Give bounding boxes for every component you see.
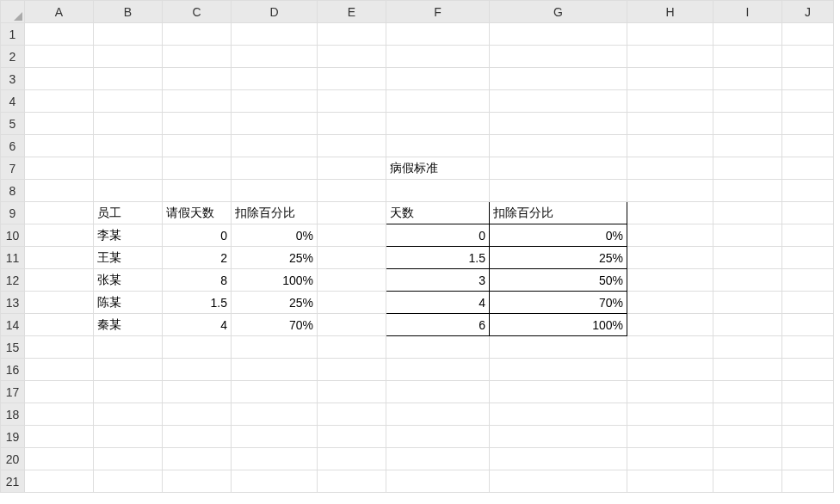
cell-E5[interactable] bbox=[318, 113, 386, 135]
cell-E12[interactable] bbox=[318, 269, 386, 292]
cell-F12[interactable]: 3 bbox=[386, 269, 490, 292]
cell-A21[interactable] bbox=[25, 470, 94, 493]
cell-J8[interactable] bbox=[782, 180, 834, 202]
cell-B14[interactable]: 秦某 bbox=[94, 314, 163, 336]
spreadsheet-grid[interactable]: A B C D E F G H I J 1234567病假标准89员工请假天数扣… bbox=[0, 0, 834, 493]
cell-B4[interactable] bbox=[94, 90, 163, 113]
cell-D18[interactable] bbox=[232, 403, 318, 426]
cell-B19[interactable] bbox=[94, 426, 163, 448]
cell-I4[interactable] bbox=[713, 90, 782, 113]
cell-A17[interactable] bbox=[25, 381, 94, 403]
cell-B12[interactable]: 张某 bbox=[94, 269, 163, 292]
cell-H10[interactable] bbox=[627, 224, 713, 247]
cell-A7[interactable] bbox=[25, 157, 94, 180]
cell-I20[interactable] bbox=[713, 448, 782, 470]
cell-A19[interactable] bbox=[25, 426, 94, 448]
cell-E9[interactable] bbox=[318, 202, 386, 224]
cell-J12[interactable] bbox=[782, 269, 834, 292]
cell-F21[interactable] bbox=[386, 470, 490, 493]
cell-H12[interactable] bbox=[627, 269, 713, 292]
cell-J15[interactable] bbox=[782, 336, 834, 359]
row-header-2[interactable]: 2 bbox=[1, 46, 25, 68]
cell-H6[interactable] bbox=[627, 135, 713, 157]
cell-D21[interactable] bbox=[232, 470, 318, 493]
cell-G14[interactable]: 100% bbox=[490, 314, 627, 336]
row-header-6[interactable]: 6 bbox=[1, 135, 25, 157]
row-header-4[interactable]: 4 bbox=[1, 90, 25, 113]
cell-I16[interactable] bbox=[713, 359, 782, 381]
col-header-H[interactable]: H bbox=[627, 1, 713, 23]
cell-I15[interactable] bbox=[713, 336, 782, 359]
cell-H5[interactable] bbox=[627, 113, 713, 135]
cell-E1[interactable] bbox=[318, 23, 386, 46]
cell-I3[interactable] bbox=[713, 68, 782, 90]
cell-B17[interactable] bbox=[94, 381, 163, 403]
cell-B15[interactable] bbox=[94, 336, 163, 359]
col-header-C[interactable]: C bbox=[163, 1, 232, 23]
cell-G12[interactable]: 50% bbox=[490, 269, 627, 292]
cell-E8[interactable] bbox=[318, 180, 386, 202]
cell-A1[interactable] bbox=[25, 23, 94, 46]
cell-H13[interactable] bbox=[627, 292, 713, 314]
cell-G20[interactable] bbox=[490, 448, 627, 470]
cell-D8[interactable] bbox=[232, 180, 318, 202]
cell-H3[interactable] bbox=[627, 68, 713, 90]
cell-J20[interactable] bbox=[782, 448, 834, 470]
cell-E14[interactable] bbox=[318, 314, 386, 336]
cell-F13[interactable]: 4 bbox=[386, 292, 490, 314]
cell-C2[interactable] bbox=[163, 46, 232, 68]
row-header-3[interactable]: 3 bbox=[1, 68, 25, 90]
col-header-F[interactable]: F bbox=[386, 1, 490, 23]
cell-I5[interactable] bbox=[713, 113, 782, 135]
cell-D17[interactable] bbox=[232, 381, 318, 403]
cell-H19[interactable] bbox=[627, 426, 713, 448]
row-header-16[interactable]: 16 bbox=[1, 359, 25, 381]
cell-C16[interactable] bbox=[163, 359, 232, 381]
cell-E15[interactable] bbox=[318, 336, 386, 359]
cell-H15[interactable] bbox=[627, 336, 713, 359]
cell-H8[interactable] bbox=[627, 180, 713, 202]
cell-D5[interactable] bbox=[232, 113, 318, 135]
cell-I21[interactable] bbox=[713, 470, 782, 493]
cell-I12[interactable] bbox=[713, 269, 782, 292]
cell-E20[interactable] bbox=[318, 448, 386, 470]
cell-E17[interactable] bbox=[318, 381, 386, 403]
cell-H7[interactable] bbox=[627, 157, 713, 180]
cell-G10[interactable]: 0% bbox=[490, 224, 627, 247]
cell-C10[interactable]: 0 bbox=[163, 224, 232, 247]
row-header-12[interactable]: 12 bbox=[1, 269, 25, 292]
cell-G17[interactable] bbox=[490, 381, 627, 403]
cell-J10[interactable] bbox=[782, 224, 834, 247]
cell-F14[interactable]: 6 bbox=[386, 314, 490, 336]
cell-H14[interactable] bbox=[627, 314, 713, 336]
cell-B6[interactable] bbox=[94, 135, 163, 157]
cell-H9[interactable] bbox=[627, 202, 713, 224]
cell-C14[interactable]: 4 bbox=[163, 314, 232, 336]
cell-F18[interactable] bbox=[386, 403, 490, 426]
cell-C18[interactable] bbox=[163, 403, 232, 426]
cell-G11[interactable]: 25% bbox=[490, 247, 627, 269]
cell-A16[interactable] bbox=[25, 359, 94, 381]
cell-E6[interactable] bbox=[318, 135, 386, 157]
cell-A11[interactable] bbox=[25, 247, 94, 269]
cell-A2[interactable] bbox=[25, 46, 94, 68]
cell-D3[interactable] bbox=[232, 68, 318, 90]
cell-B10[interactable]: 李某 bbox=[94, 224, 163, 247]
cell-G21[interactable] bbox=[490, 470, 627, 493]
cell-D19[interactable] bbox=[232, 426, 318, 448]
cell-D10[interactable]: 0% bbox=[232, 224, 318, 247]
row-header-21[interactable]: 21 bbox=[1, 470, 25, 493]
cell-I9[interactable] bbox=[713, 202, 782, 224]
cell-I13[interactable] bbox=[713, 292, 782, 314]
cell-F15[interactable] bbox=[386, 336, 490, 359]
cell-H4[interactable] bbox=[627, 90, 713, 113]
cell-G19[interactable] bbox=[490, 426, 627, 448]
row-header-5[interactable]: 5 bbox=[1, 113, 25, 135]
cell-J16[interactable] bbox=[782, 359, 834, 381]
cell-A15[interactable] bbox=[25, 336, 94, 359]
cell-B8[interactable] bbox=[94, 180, 163, 202]
cell-F2[interactable] bbox=[386, 46, 490, 68]
row-header-13[interactable]: 13 bbox=[1, 292, 25, 314]
cell-D12[interactable]: 100% bbox=[232, 269, 318, 292]
cell-D15[interactable] bbox=[232, 336, 318, 359]
